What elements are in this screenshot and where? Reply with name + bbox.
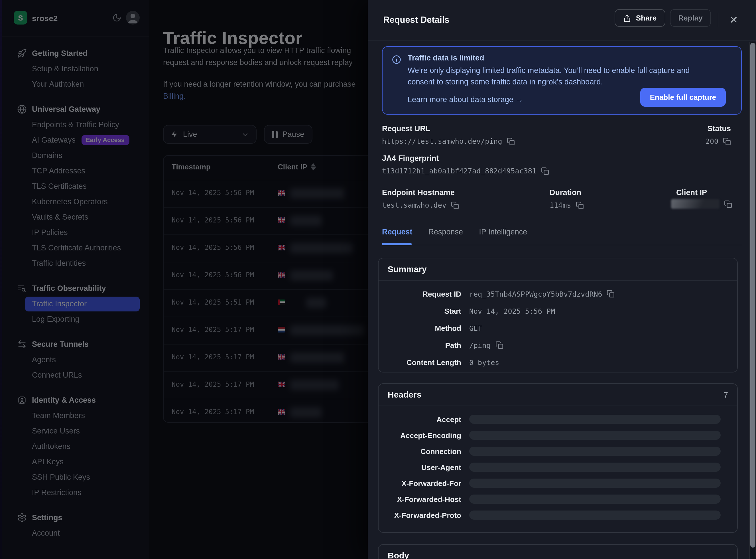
header-row: Connection — [379, 443, 737, 459]
method-value: GET — [469, 324, 482, 332]
panel-scrollbar-thumb[interactable] — [750, 43, 755, 547]
active-tab-underline — [382, 243, 412, 245]
redacted-header-value — [469, 415, 720, 424]
tab-response[interactable]: Response — [429, 228, 463, 236]
header-row: X-Forwarded-For — [379, 475, 737, 491]
enable-full-capture-button[interactable]: Enable full capture — [640, 88, 726, 107]
status-value: 200 — [706, 137, 731, 146]
summary-row: Request ID req_35Tnb4ASPPWgcpY5bBv7dzvdR… — [379, 285, 737, 302]
panel-header: Request Details Share Replay ✕ — [368, 0, 756, 41]
copy-icon[interactable] — [451, 201, 459, 209]
content-length-value: 0 bytes — [469, 358, 499, 366]
redacted-header-value — [469, 511, 720, 520]
status-label: Status — [707, 124, 731, 133]
client-ip-value — [671, 199, 732, 209]
header-name: Connection — [379, 447, 461, 455]
request-url-label: Request URL — [382, 124, 431, 133]
headers-card-header: Headers 7 — [379, 384, 737, 406]
copy-icon[interactable] — [576, 201, 583, 209]
tab-request[interactable]: Request — [382, 228, 412, 236]
summary-row: Path /ping — [379, 337, 737, 354]
data-storage-link[interactable]: Learn more about data storage → — [408, 95, 523, 104]
info-icon — [392, 55, 402, 64]
redacted-header-value — [469, 478, 720, 488]
summary-card-header: Summary — [379, 259, 737, 281]
share-icon — [623, 14, 632, 22]
headers-title: Headers — [388, 389, 421, 399]
request-id-value: req_35Tnb4ASPPWgcpY5bBv7dzvdRN6 — [469, 290, 615, 298]
summary-row: Method GET — [379, 319, 737, 337]
body-card: Body — [378, 544, 738, 559]
copy-icon[interactable] — [541, 167, 549, 175]
summary-card: Summary Request ID req_35Tnb4ASPPWgcpY5b… — [378, 258, 738, 373]
duration-value: 114ms — [550, 201, 583, 209]
body-title: Body — [388, 551, 409, 559]
headers-count: 7 — [724, 390, 728, 399]
headers-card: Headers 7 Accept Accept-Encoding Connect… — [378, 383, 738, 533]
replay-button[interactable]: Replay — [670, 9, 711, 27]
copy-icon[interactable] — [607, 290, 615, 298]
copy-icon[interactable] — [495, 341, 503, 349]
panel-scrollbar-track[interactable] — [749, 42, 756, 559]
start-value: Nov 14, 2025 5:56 PM — [469, 307, 555, 315]
redacted-header-value — [469, 463, 720, 472]
overlay-scrim[interactable] — [0, 0, 368, 559]
ja4-label: JA4 Fingerprint — [382, 154, 439, 162]
endpoint-hostname-value: test.samwho.dev — [382, 201, 459, 209]
share-button-label: Share — [636, 14, 657, 22]
body-card-header: Body — [379, 545, 737, 559]
headers-list: Accept Accept-Encoding Connection User-A… — [379, 406, 737, 523]
header-name: User-Agent — [379, 463, 461, 471]
header-row: X-Forwarded-Host — [379, 491, 737, 507]
header-row: X-Forwarded-Proto — [379, 507, 737, 523]
replay-button-label: Replay — [678, 14, 703, 22]
header-row: Accept-Encoding — [379, 427, 737, 443]
header-divider — [718, 13, 718, 27]
path-value: /ping — [469, 341, 503, 349]
copy-icon[interactable] — [723, 137, 731, 145]
notice-body-line1: We’re only displaying limited traffic me… — [408, 66, 690, 75]
header-row: Accept — [379, 411, 737, 427]
request-url-value: https://test.samwho.dev/ping — [382, 137, 514, 146]
header-name: X-Forwarded-Host — [379, 495, 461, 504]
summary-row: Start Nov 14, 2025 5:56 PM — [379, 302, 737, 319]
header-row: User-Agent — [379, 459, 737, 475]
redacted-client-ip — [671, 199, 719, 209]
copy-icon[interactable] — [724, 200, 732, 208]
copy-icon[interactable] — [507, 137, 514, 145]
notice-body-line2: consent to storing some traffic data in … — [408, 77, 603, 86]
header-name: Accept — [379, 415, 461, 424]
detail-tabs: Request Response IP Intelligence — [382, 228, 527, 236]
redacted-header-value — [469, 431, 720, 440]
summary-row: Content Length 0 bytes — [379, 354, 737, 371]
notice-title: Traffic data is limited — [408, 53, 484, 62]
redacted-header-value — [469, 495, 720, 504]
tab-ip-intelligence[interactable]: IP Intelligence — [479, 228, 527, 236]
ngrok-dashboard: S srose2 — [0, 0, 756, 559]
header-name: X-Forwarded-Proto — [379, 511, 461, 519]
ja4-value: t13d1712h1_ab0a1bf427ad_882d495ac381 — [382, 166, 549, 175]
summary-title: Summary — [388, 264, 427, 274]
panel-title: Request Details — [383, 15, 450, 25]
client-ip-label: Client IP — [676, 188, 707, 197]
traffic-limited-notice: Traffic data is limited We’re only displ… — [382, 46, 742, 115]
tabs-divider — [382, 245, 742, 245]
share-button[interactable]: Share — [615, 9, 665, 27]
close-icon[interactable]: ✕ — [728, 14, 740, 26]
duration-label: Duration — [550, 188, 581, 197]
header-name: X-Forwarded-For — [379, 479, 461, 487]
header-name: Accept-Encoding — [379, 431, 461, 440]
endpoint-hostname-label: Endpoint Hostname — [382, 188, 455, 197]
redacted-header-value — [469, 447, 720, 456]
request-details-panel: Request Details Share Replay ✕ Traffic d… — [368, 0, 756, 559]
